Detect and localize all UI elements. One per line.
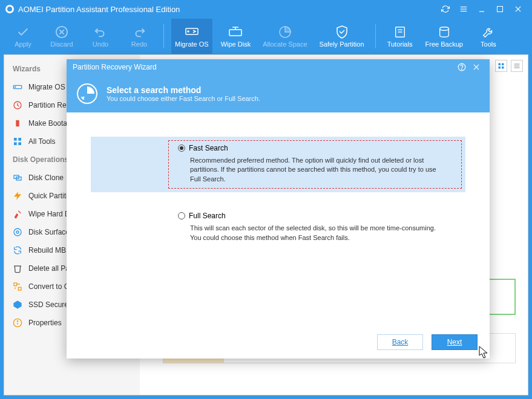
svg-rect-29 xyxy=(18,142,21,145)
grid-icon xyxy=(13,137,22,146)
drive-icon xyxy=(13,82,22,92)
full-search-option[interactable]: Full Search This will scan each sector o… xyxy=(91,204,465,251)
modal-help-button[interactable] xyxy=(455,60,469,74)
modal-header-subtitle: You could choose either Fast Search or F… xyxy=(107,95,260,102)
modal-body: Fast Search Recommended preferred method… xyxy=(67,112,490,326)
grid-view-button[interactable] xyxy=(495,60,507,72)
shield-icon xyxy=(335,25,349,39)
full-search-label: Full Search xyxy=(189,212,226,220)
svg-point-35 xyxy=(16,231,19,233)
back-button[interactable]: Back xyxy=(377,334,423,350)
svg-rect-45 xyxy=(502,63,504,66)
trash-icon xyxy=(13,264,22,273)
modal-header: Select a search method You could choose … xyxy=(67,75,490,112)
tutorials-button[interactable]: Tutorials xyxy=(383,19,417,54)
clone-icon xyxy=(13,173,22,183)
svg-rect-47 xyxy=(502,66,504,69)
app-title: AOMEI Partition Assistant Professional E… xyxy=(18,5,180,14)
recovery-icon xyxy=(13,100,22,110)
recovery-header-icon xyxy=(76,83,98,105)
svg-rect-28 xyxy=(14,142,17,145)
minimize-button[interactable] xyxy=(473,0,491,18)
wrench-icon xyxy=(481,25,496,39)
migrate-os-button[interactable]: Migrate OS xyxy=(171,19,212,54)
modal-title: Partition Recovery Wizard xyxy=(73,63,157,71)
usb-icon xyxy=(13,118,22,128)
titlebar: AOMEI Partition Assistant Professional E… xyxy=(0,0,532,18)
svg-rect-37 xyxy=(18,287,21,290)
wipe-icon xyxy=(228,25,243,39)
modal-footer: Back Next xyxy=(67,326,490,358)
check-icon xyxy=(16,25,30,39)
modal-close-button[interactable] xyxy=(469,60,484,74)
convert-icon xyxy=(13,282,22,291)
info-icon xyxy=(13,318,22,328)
allocate-icon xyxy=(278,25,292,39)
svg-marker-32 xyxy=(14,192,21,199)
mouse-cursor-icon xyxy=(479,346,490,359)
full-search-description: This will scan each sector of the select… xyxy=(190,224,444,242)
svg-point-43 xyxy=(17,321,18,322)
app-logo-icon xyxy=(5,4,15,14)
svg-point-52 xyxy=(462,69,462,70)
tools-button[interactable]: Tools xyxy=(471,19,505,54)
svg-point-21 xyxy=(439,27,448,31)
rebuild-icon xyxy=(13,245,22,255)
redo-button: Redo xyxy=(122,19,156,54)
migrate-icon xyxy=(185,25,199,39)
partition-recovery-wizard-dialog: Partition Recovery Wizard Select a searc… xyxy=(67,59,490,358)
undo-button: Undo xyxy=(84,19,117,54)
svg-rect-44 xyxy=(499,63,501,66)
svg-point-23 xyxy=(15,86,15,87)
svg-marker-40 xyxy=(13,300,21,308)
x-circle-icon xyxy=(54,25,69,39)
svg-point-34 xyxy=(14,229,21,236)
broom-icon xyxy=(13,209,22,219)
maximize-button[interactable] xyxy=(491,0,509,18)
svg-line-33 xyxy=(18,211,21,213)
full-search-radio[interactable] xyxy=(178,212,185,219)
backup-icon xyxy=(437,25,452,39)
redo-icon xyxy=(132,25,146,39)
undo-icon xyxy=(93,25,108,39)
surface-icon xyxy=(13,227,22,237)
menu-button[interactable] xyxy=(455,0,473,18)
fast-search-option[interactable]: Fast Search Recommended preferred method… xyxy=(91,137,465,192)
svg-rect-27 xyxy=(18,138,21,141)
next-button[interactable]: Next xyxy=(432,334,478,350)
svg-rect-26 xyxy=(14,138,17,141)
list-view-button[interactable] xyxy=(511,60,523,72)
safely-partition-button[interactable]: Safely Partition xyxy=(316,19,368,54)
svg-rect-6 xyxy=(498,7,503,12)
ssd-icon xyxy=(13,300,22,310)
discard-button: Discard xyxy=(45,19,79,54)
modal-header-title: Select a search method xyxy=(107,85,260,95)
fast-search-label: Fast Search xyxy=(189,144,228,152)
fast-search-description: Recommended preferred method. The option… xyxy=(190,156,444,184)
svg-rect-14 xyxy=(229,30,241,36)
view-controls xyxy=(495,60,523,72)
allocate-space-button: Allocate Space xyxy=(259,19,310,54)
close-button[interactable] xyxy=(509,0,527,18)
svg-rect-25 xyxy=(16,120,19,127)
svg-point-13 xyxy=(188,31,189,32)
fast-search-radio[interactable] xyxy=(178,144,185,152)
main-toolbar: Apply Discard Undo Redo Migrate OS Wipe … xyxy=(0,18,532,54)
apply-button: Apply xyxy=(6,19,40,54)
svg-point-1 xyxy=(7,7,12,11)
wipe-disk-button[interactable]: Wipe Disk xyxy=(217,19,255,54)
free-backup-button[interactable]: Free Backup xyxy=(422,19,467,54)
bolt-icon xyxy=(13,191,22,201)
refresh-button[interactable] xyxy=(436,0,455,18)
svg-rect-46 xyxy=(499,66,501,69)
modal-titlebar: Partition Recovery Wizard xyxy=(67,59,490,75)
book-icon xyxy=(393,25,407,39)
svg-rect-36 xyxy=(14,283,17,286)
